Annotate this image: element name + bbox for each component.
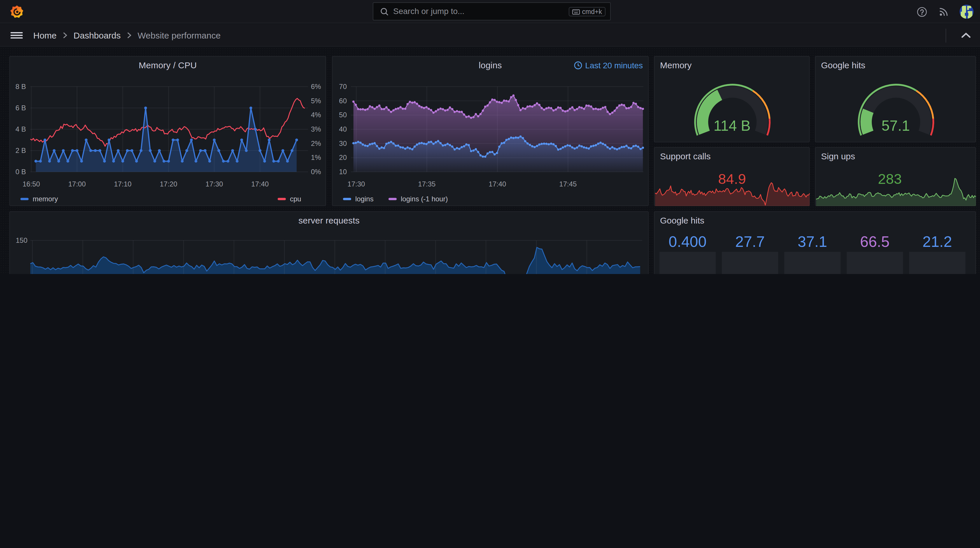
svg-text:0.400: 0.400 bbox=[668, 233, 706, 250]
svg-text:0 B: 0 B bbox=[16, 168, 26, 176]
svg-text:16:50: 16:50 bbox=[22, 180, 40, 188]
svg-text:17:30: 17:30 bbox=[347, 180, 365, 188]
svg-text:27.7: 27.7 bbox=[735, 233, 764, 250]
svg-text:21.2: 21.2 bbox=[922, 233, 952, 250]
svg-text:6%: 6% bbox=[311, 83, 321, 91]
svg-text:8 B: 8 B bbox=[16, 83, 26, 91]
svg-text:60: 60 bbox=[339, 97, 347, 105]
svg-text:3%: 3% bbox=[311, 125, 321, 133]
svg-text:17:35: 17:35 bbox=[418, 180, 436, 188]
svg-text:2%: 2% bbox=[311, 140, 321, 147]
svg-text:66.5: 66.5 bbox=[860, 233, 889, 250]
svg-text:17:30: 17:30 bbox=[205, 180, 223, 188]
svg-text:70: 70 bbox=[339, 83, 347, 91]
svg-text:20: 20 bbox=[339, 153, 347, 161]
svg-text:37.1: 37.1 bbox=[797, 233, 827, 250]
svg-text:150: 150 bbox=[16, 236, 27, 244]
svg-text:100: 100 bbox=[16, 272, 27, 274]
svg-text:5%: 5% bbox=[311, 97, 321, 105]
svg-text:4%: 4% bbox=[311, 111, 321, 119]
svg-text:17:40: 17:40 bbox=[251, 180, 269, 188]
svg-text:17:20: 17:20 bbox=[160, 180, 177, 188]
svg-text:1%: 1% bbox=[311, 153, 321, 161]
svg-text:6 B: 6 B bbox=[16, 104, 26, 112]
svg-text:2 B: 2 B bbox=[16, 147, 26, 155]
svg-text:30: 30 bbox=[339, 140, 347, 147]
svg-text:17:45: 17:45 bbox=[559, 180, 577, 188]
svg-text:4 B: 4 B bbox=[16, 125, 26, 133]
svg-text:10: 10 bbox=[339, 168, 347, 176]
svg-text:17:00: 17:00 bbox=[68, 180, 86, 188]
svg-text:0%: 0% bbox=[311, 168, 321, 176]
svg-text:50: 50 bbox=[339, 111, 347, 119]
svg-text:17:10: 17:10 bbox=[114, 180, 132, 188]
svg-text:40: 40 bbox=[339, 125, 347, 133]
svg-text:17:40: 17:40 bbox=[488, 180, 506, 188]
